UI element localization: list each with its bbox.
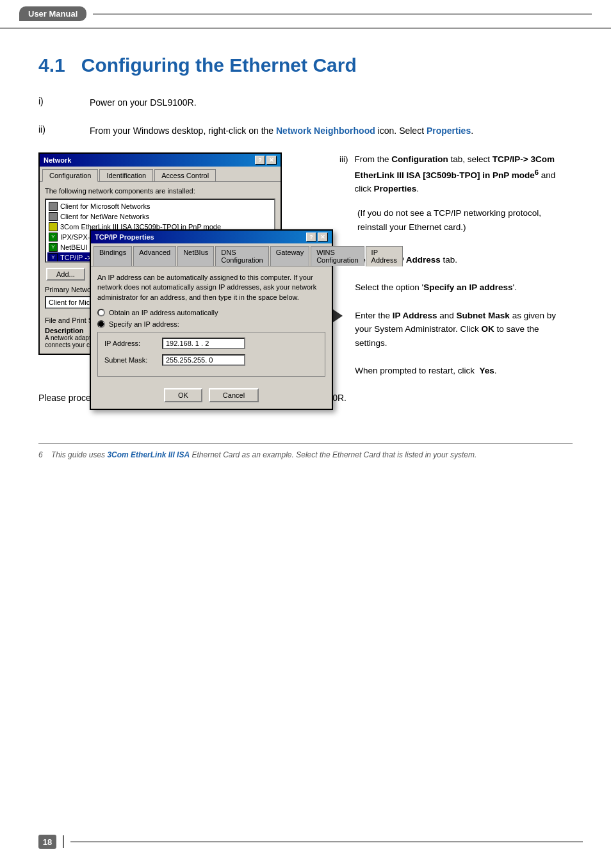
subnet-mask-label: Subnet Mask: [104,356,162,364]
tcpip-close-btn[interactable]: ✕ [318,233,328,242]
ip-addr-highlight: IP Address [393,311,437,320]
step-iii-num: iii) [339,152,348,196]
tcpip-highlight: TCP/IP-> 3Com EtherLink III ISA [3C509b-… [355,154,555,180]
main-content: 4.1 Configuring the Ethernet Card i) Pow… [0,29,611,479]
list-item-1: Client for Microsoft Networks [47,201,273,211]
tcpip-dialog: TCP/IP Properties ? ✕ Bindings Advanced … [90,229,333,410]
config-highlight: Configuration [391,154,448,164]
ip-address-label: IP Address: [104,340,162,347]
tcpip-titlebar: TCP/IP Properties ? ✕ [91,231,332,243]
step-i: i) Power on your DSL9100R. [38,95,573,110]
props-highlight: Properties [374,184,417,193]
help-button[interactable]: ? [255,156,265,165]
ip-address-input[interactable] [162,338,245,349]
add-button[interactable]: Add... [46,268,85,281]
step-iii-note: (If you do not see a TCP/IP networking p… [357,206,573,234]
section-heading: Configuring the Ethernet Card [81,54,357,76]
section-number: 4.1 [38,54,65,76]
dialog-section: Network ? ✕ Configuration Identification… [38,152,573,378]
footnote-number: 6 [38,450,49,459]
tab-configuration[interactable]: Configuration [42,169,98,182]
radio-auto-row: Obtain an IP address automatically [97,309,325,316]
step-ii-text: From your Windows desktop, right-click o… [90,124,573,138]
client-icon-2 [49,212,58,221]
step-ii-text-before: From your Windows desktop, right-click o… [90,126,276,136]
step-ii-h2: Properties [427,126,471,136]
footer-line [70,841,583,842]
tcpip-cancel-button[interactable]: Cancel [209,388,259,402]
step-i-text: Power on your DSL9100R. [90,95,573,110]
step-iv: iv) Select the IP Address tab. Select th… [339,253,573,377]
list-item-1-text: Client for Microsoft Networks [60,202,151,210]
titlebar-buttons: ? ✕ [255,156,277,165]
step-ii-num: ii) [38,124,90,135]
client-icon-1 [49,202,58,211]
proto-icon-1: Y [49,233,58,242]
step-ii-h1: Network Neighborhood [276,126,375,136]
tab-gateway[interactable]: Gateway [270,246,309,266]
subnet-highlight: Subnet Mask [457,311,510,320]
specify-ip-highlight: Specify an IP address [423,283,512,292]
description-text: A network adaptconnects your c... [45,334,95,348]
tab-bindings[interactable]: Bindings [94,246,132,266]
subnet-mask-input[interactable] [162,354,245,366]
step-i-num: i) [38,95,90,106]
proto-icon-2: Y [49,243,58,252]
dialog-container: Network ? ✕ Configuration Identification… [38,152,320,355]
tab-ip-address[interactable]: IP Address [366,246,403,266]
tcpip-tabs: Bindings Advanced NetBIus DNS Configurat… [91,243,332,266]
step-iv-text: Select the IP Address tab. Select the op… [355,253,573,377]
network-dialog-title: Network [44,156,71,164]
radio-specify-label: Specify an IP address: [109,320,179,328]
list-item-2-text: Client for NetWare Networks [60,213,149,220]
network-components-label: The following network components are ins… [45,187,275,195]
page-header: User Manual [0,0,611,29]
step-iii: iii) From the Configuration tab, select … [339,152,573,196]
subnet-mask-row: Subnet Mask: [104,354,318,366]
radio-specify-row: Specify an IP address: [97,320,325,328]
ip-group-box: IP Address: Subnet Mask: [97,332,325,377]
network-dialog-titlebar: Network ? ✕ [40,154,281,167]
tcpip-help-btn[interactable]: ? [306,233,316,242]
page-footer: 18 [38,835,583,849]
step-ii: ii) From your Windows desktop, right-cli… [38,124,573,138]
tab-netbius[interactable]: NetBIus [177,246,214,266]
step-ii-text-end: . [471,126,473,136]
tcpip-title: TCP/IP Properties [95,233,154,241]
list-item-5-text: NetBEUI [60,243,88,251]
tab-advanced[interactable]: Advanced [133,246,176,266]
net-icon [49,222,58,231]
radio-auto[interactable] [97,309,105,316]
footer-divider [63,835,64,848]
ok-highlight: OK [482,324,494,334]
footnote-bold: 3Com EtherLink III ISA [107,450,190,459]
tcpip-ok-button[interactable]: OK [164,388,202,402]
header-line [93,13,592,15]
footnote-text-before: This guide uses [51,450,107,459]
radio-auto-label: Obtain an IP address automatically [109,309,218,316]
proto-icon-3: Y [49,253,58,262]
radio-specify[interactable] [97,320,105,328]
close-button[interactable]: ✕ [266,156,277,165]
tcpip-buttons: OK Cancel [91,383,332,409]
tab-wins[interactable]: WINS Configuration [311,246,364,266]
ip-address-row: IP Address: [104,338,318,349]
tab-identification[interactable]: Identification [99,169,153,181]
manual-label: User Manual [19,6,86,21]
footnote: 6 This guide uses 3Com EtherLink III ISA… [38,443,573,459]
tab-access-control[interactable]: Access Control [154,169,216,181]
yes-highlight: Yes [480,366,494,375]
list-item-2: Client for NetWare Networks [47,211,273,222]
tcpip-description: An IP address can be automatically assig… [97,273,325,302]
footnote-text-after: Ethernet Card as an example. Select the … [190,450,477,459]
step-ii-text-mid: icon. Select [375,126,427,136]
description-box: Description A network adaptconnects your… [45,327,95,348]
tcpip-titlebar-btns: ? ✕ [306,233,328,242]
tab-dns[interactable]: DNS Configuration [215,246,268,266]
tcpip-body: An IP address can be automatically assig… [91,266,332,383]
page-number: 18 [38,835,56,849]
step-iii-text: From the Configuration tab, select TCP/I… [355,152,573,196]
description-label: Description [45,327,95,334]
section-title: 4.1 Configuring the Ethernet Card [38,54,573,76]
network-dialog-tabs: Configuration Identification Access Cont… [40,167,281,182]
